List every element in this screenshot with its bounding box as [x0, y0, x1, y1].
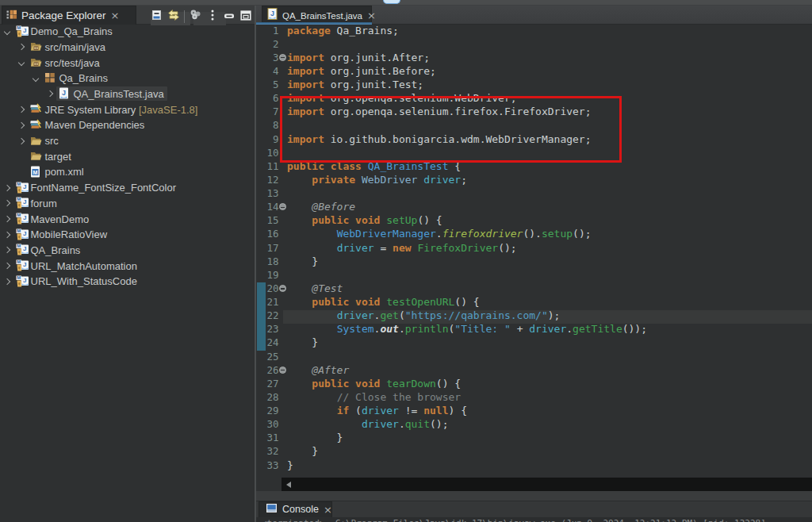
package-explorer-icon: [6, 8, 17, 24]
tree-item-target[interactable]: target: [0, 148, 254, 164]
code-token-pl: +: [511, 323, 529, 335]
tree-item-url-with-statuscode[interactable]: JMURL_With_StatusCode: [0, 274, 254, 290]
editor-area: J QA_BrainsTest.java × 1package Qa_Brain…: [256, 6, 812, 522]
console-output[interactable]: <terminated> C:\Program Files\Java\jdk-1…: [256, 517, 812, 522]
tab-console[interactable]: Console ×: [259, 501, 332, 518]
tree-item-qa-brainstest-java[interactable]: JQA_BrainsTest.java: [0, 86, 254, 102]
collapse-all-button[interactable]: [149, 9, 164, 25]
tree-item-src-test-java[interactable]: src/test/java: [0, 55, 254, 71]
chevron-down-icon[interactable]: [18, 59, 25, 66]
code-token-kw: new: [393, 242, 411, 254]
chevron-right-icon[interactable]: [4, 263, 10, 269]
close-icon[interactable]: ×: [111, 10, 120, 21]
tree-item-pom-xml[interactable]: Mpom.xml: [0, 164, 254, 180]
maven-project-icon: JM: [16, 259, 29, 272]
chevron-right-icon[interactable]: [47, 90, 53, 97]
view-menu-button[interactable]: [205, 9, 220, 25]
chevron-right-icon[interactable]: [18, 122, 25, 129]
tree-item-qa-brains[interactable]: JMQA_Brains: [0, 242, 254, 258]
link-with-editor-button[interactable]: [166, 9, 181, 25]
console-tabstrip: [256, 501, 812, 518]
tree-item-label: Maven Dependencies: [45, 119, 145, 131]
line-number: 22: [259, 309, 279, 322]
fold-marker-icon[interactable]: [279, 54, 286, 61]
minimize-button[interactable]: [222, 9, 237, 25]
code-token-pl: org.junit.After;: [324, 52, 430, 63]
chevron-right-icon[interactable]: [4, 247, 10, 253]
close-icon[interactable]: ×: [367, 10, 376, 21]
code-token-pl: [287, 309, 337, 321]
line-number: 21: [259, 295, 279, 309]
code-token-pl: .: [399, 418, 405, 430]
code-token-meth: FirefoxDriver: [417, 242, 498, 254]
tree-item-src-main-java[interactable]: src/main/java: [0, 39, 254, 55]
tab-package-explorer[interactable]: Package Explorer ×: [2, 6, 136, 25]
code-editor[interactable]: 1package Qa_Brains;23import org.junit.Af…: [256, 25, 812, 478]
tree-item-url-matchautomation[interactable]: JMURL_MatchAutomation: [0, 258, 254, 274]
maven-project-icon: JM: [16, 25, 29, 38]
tree-item-qa-brains[interactable]: Qa_Brains: [0, 71, 254, 86]
code-line-32: }: [287, 444, 318, 458]
chevron-right-icon[interactable]: [18, 137, 25, 144]
chevron-right-icon[interactable]: [4, 278, 10, 285]
line-number: 8: [259, 118, 279, 132]
code-token-kw: public void: [312, 214, 380, 226]
chevron-right-icon[interactable]: [4, 216, 10, 222]
tree-item-mavendemo[interactable]: JMMavenDemo: [0, 211, 254, 227]
scroll-left-arrow-icon[interactable]: [286, 482, 291, 488]
chevron-right-icon[interactable]: [4, 184, 10, 190]
chevron-right-icon[interactable]: [4, 200, 10, 206]
line-number: 18: [259, 255, 279, 268]
code-line-21: public void testOpenURL() {: [287, 295, 480, 309]
code-token-cls: WebDriverManager: [337, 228, 436, 240]
chevron-right-icon[interactable]: [18, 106, 25, 113]
code-line-27: public void tearDown() {: [287, 377, 461, 390]
tree-item-fontname-fontsize-fontcolor[interactable]: JMFontName_FontSize_FontColor: [0, 180, 254, 196]
tree-item-label: Demo_Qa_Brains: [31, 25, 113, 37]
code-token-pl: [287, 228, 337, 240]
tree-item-maven-dependencies[interactable]: Maven Dependencies: [0, 117, 254, 133]
code-token-pl: (: [349, 405, 362, 416]
package-explorer-toolbar: [149, 8, 254, 25]
svg-text:M: M: [17, 275, 21, 280]
code-token-pl: [287, 214, 312, 226]
kebab-icon: [209, 9, 216, 25]
code-token-kw: package: [287, 25, 331, 36]
tree-item-src[interactable]: src: [0, 133, 254, 149]
svg-text:J: J: [23, 277, 26, 284]
tree-item-jre-system-library[interactable]: JRE System Library [JavaSE-1.8]: [0, 102, 254, 117]
line-number: 3: [259, 51, 279, 64]
code-token-pl: [355, 174, 362, 186]
package-icon: [44, 72, 57, 85]
tree-item-forum[interactable]: JMforum: [0, 195, 254, 211]
code-token-pl: ();: [573, 228, 591, 240]
filters-button[interactable]: [188, 9, 203, 25]
pom-file-icon: M: [30, 166, 43, 178]
code-token-pl: ) {: [449, 405, 467, 416]
line-number: 31: [259, 431, 279, 444]
fold-marker-icon[interactable]: [279, 203, 286, 210]
fold-marker-icon[interactable]: [279, 367, 286, 374]
maven-project-icon: JM: [16, 228, 29, 241]
package-folder-icon: [30, 40, 43, 53]
code-token-pl: org.junit.Test;: [324, 79, 423, 90]
maximize-button[interactable]: [239, 9, 254, 25]
tree-item-suffix: [JavaSE-1.8]: [136, 104, 197, 116]
code-token-out: out: [380, 323, 398, 335]
chevron-right-icon[interactable]: [4, 231, 10, 237]
code-line-23: System.out.println("Title: " + driver.ge…: [287, 322, 647, 336]
chevron-down-icon[interactable]: [33, 75, 39, 81]
tree-item-demo-qa-brains[interactable]: JMDemo_Qa_Brains: [0, 25, 254, 40]
tree-item-label: src: [45, 135, 59, 147]
tree-item-label: QA_BrainsTest.java: [74, 88, 164, 100]
code-token-pl: }: [287, 459, 293, 471]
close-icon[interactable]: ×: [324, 505, 332, 515]
horizontal-scrollbar[interactable]: [282, 478, 812, 491]
tree-item-mobileratioview[interactable]: JMMobileRatioView: [0, 227, 254, 243]
horizontal-sash[interactable]: [256, 491, 812, 501]
line-number: 32: [259, 444, 279, 458]
chevron-down-icon[interactable]: [4, 28, 10, 34]
fold-marker-icon[interactable]: [279, 285, 286, 292]
tree-item-label: src/main/java: [45, 41, 106, 53]
chevron-right-icon[interactable]: [18, 44, 25, 50]
